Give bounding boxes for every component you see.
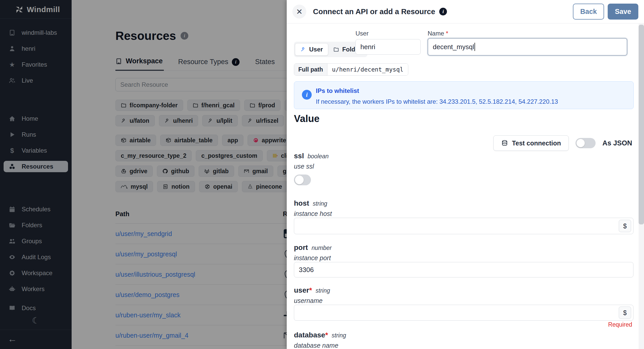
app-root: Windmill windmill-labs henri ★ Favorites… [0,0,644,349]
field-port-desc: instance port [294,254,331,262]
info-icon[interactable]: i [439,8,447,15]
back-button[interactable]: Back [573,4,604,20]
drawer-body: User Name * User Folder henri decent_mys… [287,23,644,349]
folder-icon [333,47,339,52]
ips-whitelist-infobox: i IPs to whitelist If necessary, the wor… [294,81,634,109]
field-port-name: portnumber [294,243,332,252]
field-ssl-name: sslboolean [294,152,329,160]
close-icon: ✕ [296,7,302,16]
field-database-desc: database name [294,342,338,349]
full-path: Full path u/henri/decent_mysql [294,63,408,76]
required-note: Required [608,321,632,328]
info-circle-icon: i [302,90,312,100]
as-json-label: As JSON [602,139,632,147]
host-input[interactable]: $ [294,218,633,234]
save-button[interactable]: Save [608,4,638,20]
add-resource-drawer: ✕ Connect an API or add a Resource i Bac… [287,0,644,349]
ssl-toggle[interactable] [294,174,311,185]
field-database-name: database*string [294,331,346,339]
user-icon [300,47,306,52]
field-ssl-desc: use ssl [294,163,314,170]
user-field-label: User [355,30,369,37]
close-drawer-button[interactable]: ✕ [292,5,306,19]
field-user-desc: username [294,297,323,304]
port-input[interactable]: 3306 [294,262,633,277]
field-user-name: user*string [294,286,330,294]
test-connection-button[interactable]: Test connection [493,135,569,151]
infobox-title: IPs to whitelist [316,87,359,94]
drawer-backdrop[interactable] [0,0,287,349]
full-path-label: Full path [294,64,327,75]
drawer-header: ✕ Connect an API or add a Resource i Bac… [287,0,644,23]
drawer-scrollbar[interactable] [639,24,644,349]
owner-user-option[interactable]: User [295,43,328,56]
field-host-name: hoststring [294,199,327,207]
text-caret [474,43,475,51]
insert-variable-button[interactable]: $ [619,307,631,319]
value-section-title: Value [294,113,319,124]
as-json-toggle[interactable] [575,138,596,148]
insert-variable-button[interactable]: $ [619,220,631,232]
database-icon [501,140,508,146]
drawer-title: Connect an API or add a Resource [313,7,435,16]
field-host-desc: instance host [294,210,332,217]
user-input[interactable]: $ [294,305,633,321]
full-path-value: u/henri/decent_mysql [327,64,408,75]
scrollbar-thumb[interactable] [639,25,644,224]
resource-name-input[interactable]: decent_mysql [428,38,627,56]
infobox-body: If necessary, the workers IPs to whiteli… [316,98,558,105]
owner-user-input[interactable]: henri [355,39,421,55]
name-field-label: Name * [428,30,448,37]
